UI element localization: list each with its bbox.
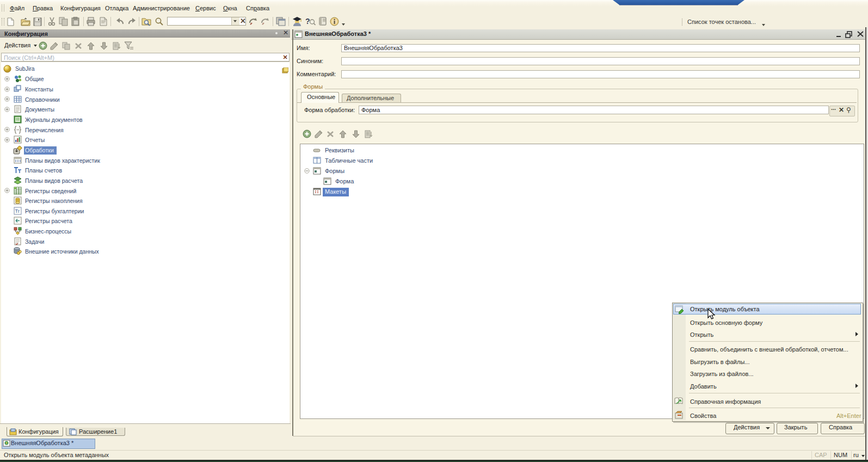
- svg-text:Тг: Тг: [15, 208, 20, 214]
- svg-text:?: ?: [305, 17, 310, 26]
